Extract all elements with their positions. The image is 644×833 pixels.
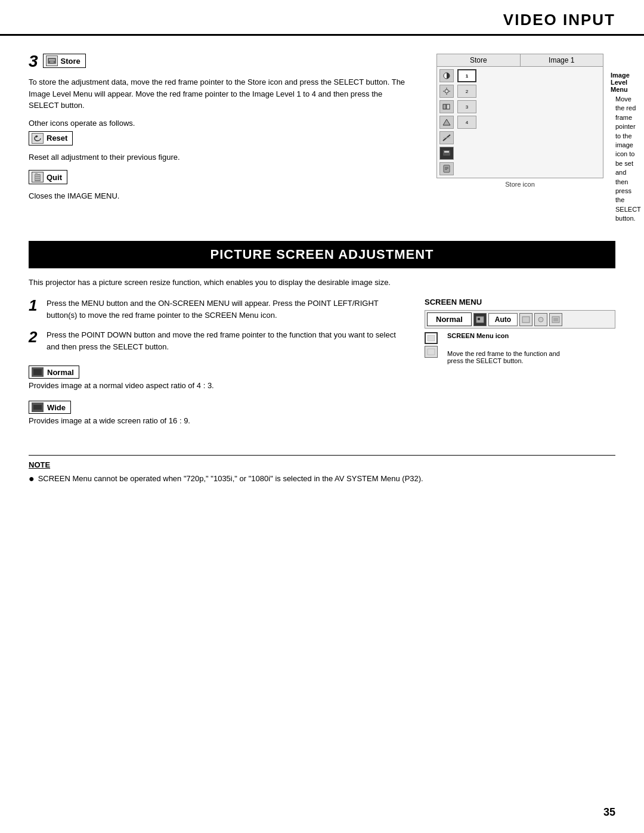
store-description: To store the adjustment data, move the r…	[29, 76, 413, 112]
reset-row: Reset	[29, 131, 413, 149]
psa-content: 1 Press the MENU button and the ON-SCREE…	[29, 298, 615, 431]
svg-rect-2	[50, 61, 54, 63]
menu-image-3: 3	[457, 100, 476, 113]
screen-menu-icon-3	[534, 313, 547, 326]
normal-box: Normal	[29, 366, 79, 379]
store-diagram-container: Store Image 1	[436, 54, 615, 223]
svg-rect-15	[443, 104, 446, 109]
psa-step1-number: 1	[29, 298, 41, 313]
annotation-line2: to the image icon to be set	[615, 132, 641, 169]
screen-menu-label: SCREEN MENU	[425, 298, 615, 306]
menu-image-4: 4	[457, 116, 476, 129]
menu-icon-color	[439, 100, 454, 113]
menu-icon-quit	[439, 162, 454, 175]
menu-diagram-body: 1 2 3 4	[437, 67, 603, 178]
psa-step1-row: 1 Press the MENU button and the ON-SCREE…	[29, 298, 401, 321]
wide-desc: Provides image at a wide screen ratio of…	[29, 416, 401, 425]
menu-icon-contrast	[439, 69, 454, 82]
normal-desc: Provides image at a normal video aspect …	[29, 381, 401, 390]
psa-left-col: 1 Press the MENU button and the ON-SCREE…	[29, 298, 401, 431]
svg-rect-29	[33, 405, 42, 410]
svg-rect-7	[35, 177, 40, 178]
step3-heading: 3 Store	[29, 54, 413, 72]
screen-menu-lower: SCREEN Menu icon Move the red frame to t…	[425, 332, 615, 364]
screen-menu-bar: Normal Auto	[425, 310, 615, 329]
svg-rect-6	[35, 175, 40, 176]
screen-menu-small-icon-2	[425, 346, 438, 358]
quit-description: Closes the IMAGE MENU.	[29, 190, 413, 202]
svg-rect-16	[447, 104, 450, 109]
page-header: VIDEO INPUT	[0, 0, 644, 36]
svg-rect-36	[428, 335, 435, 341]
quit-label: Quit	[47, 173, 62, 182]
store-icon	[46, 55, 58, 66]
menu-image-column: 1 2 3 4	[457, 69, 476, 175]
menu-diagram-header: Store Image 1	[437, 54, 603, 67]
store-right-col: Store Image 1	[436, 54, 615, 223]
psa-step2-text: Press the POINT DOWN button and move the…	[47, 329, 401, 352]
store-menu-panel: Store Image 1	[436, 54, 603, 188]
annotation-line1: Move the red frame pointer	[615, 95, 641, 132]
psa-header: PICTURE SCREEN ADJUSTMENT	[29, 241, 615, 268]
other-icons-text: Other icons operate as follows.	[29, 119, 413, 128]
quit-icon	[32, 172, 44, 182]
step3-number: 3	[29, 52, 38, 71]
menu-diagram: Store Image 1	[436, 54, 603, 178]
store-icon-box: Store	[43, 54, 86, 68]
store-left-col: 3 Store To store the adjustment data, mo…	[29, 54, 413, 223]
menu-icon-sharpness	[439, 131, 454, 144]
store-icon-label-text: Store icon	[436, 181, 603, 188]
svg-rect-27	[33, 369, 42, 375]
svg-point-10	[445, 89, 448, 93]
svg-rect-32	[522, 317, 530, 323]
svg-rect-35	[553, 318, 558, 321]
psa-intro: This projector has a picture screen resi…	[29, 278, 615, 287]
note-text: SCREEN Menu cannot be operated when "720…	[38, 473, 423, 485]
svg-rect-31	[478, 318, 480, 320]
note-bullet: ●	[29, 473, 35, 485]
wide-label: Wide	[47, 403, 66, 412]
menu-image-2: 2	[457, 85, 476, 98]
svg-marker-17	[443, 119, 450, 125]
store-label: Store	[61, 57, 80, 66]
reset-icon	[32, 133, 44, 144]
menu-col-store: Store	[437, 54, 521, 66]
psa-step1-text: Press the MENU button and the ON-SCREEN …	[47, 298, 401, 321]
menu-icon-brightness	[439, 85, 454, 98]
annotation-line3: and then press the SELECT	[615, 168, 641, 214]
wide-function-section: Wide Provides image at a wide screen rat…	[29, 396, 401, 425]
note-title: NOTE	[29, 460, 615, 469]
svg-rect-8	[35, 179, 40, 180]
svg-rect-21	[444, 151, 449, 153]
screen-menu-auto-cell: Auto	[488, 313, 518, 326]
wide-box: Wide	[29, 401, 71, 414]
page-title: VIDEO INPUT	[503, 11, 615, 29]
reset-description: Reset all adjustment to their previous f…	[29, 151, 413, 163]
menu-icon-tint	[439, 116, 454, 129]
main-content: 3 Store To store the adjustment data, mo…	[0, 36, 644, 509]
screen-menu-icon-label: SCREEN Menu icon	[447, 332, 560, 339]
screen-menu-normal-cell: Normal	[427, 312, 472, 326]
reset-icon-box: Reset	[29, 131, 73, 145]
screen-menu-annotations: SCREEN Menu icon Move the red frame to t…	[447, 332, 560, 364]
wide-icon	[32, 402, 44, 412]
screen-menu-lower-icons	[425, 332, 438, 358]
menu-image-1: 1	[457, 69, 476, 82]
image-level-annotation: Image Level Menu Move the red frame poin…	[611, 72, 641, 223]
store-section: 3 Store To store the adjustment data, mo…	[29, 54, 615, 223]
image-level-menu-title: Image Level Menu	[611, 72, 641, 93]
screen-menu-icon-4	[549, 313, 562, 326]
quit-icon-box: Quit	[29, 170, 67, 184]
screen-menu-annotation-2: press the SELECT button.	[447, 357, 560, 364]
screen-menu-small-icon-1	[425, 332, 438, 344]
note-item: ● SCREEN Menu cannot be operated when "7…	[29, 473, 615, 485]
menu-icon-store-active	[439, 147, 454, 160]
menu-col-image: Image 1	[521, 54, 603, 66]
psa-right-col: SCREEN MENU Normal Auto	[425, 298, 615, 431]
quit-row: Quit	[29, 170, 413, 188]
page-number: 35	[603, 806, 615, 819]
screen-menu-lower-row2	[425, 346, 438, 358]
svg-rect-1	[49, 59, 55, 61]
screen-menu-lower-row1	[425, 332, 438, 344]
screen-menu-annotation-1: Move the red frame to the function and	[447, 350, 560, 357]
